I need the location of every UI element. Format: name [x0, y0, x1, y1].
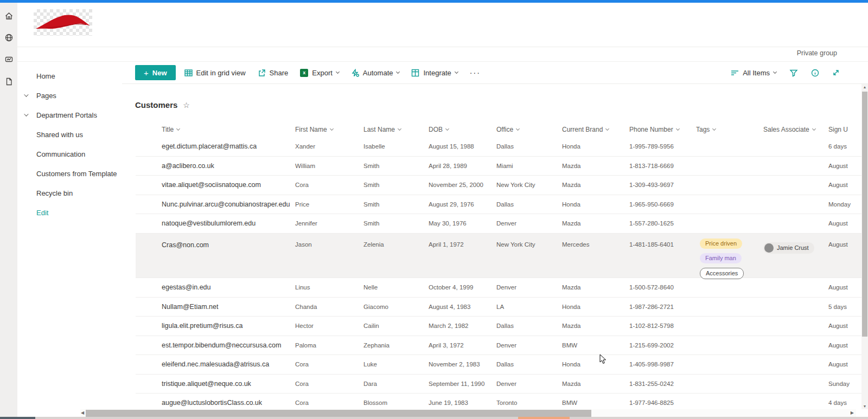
share-button[interactable]: Share — [258, 69, 289, 77]
cell-sign-up: August — [828, 284, 861, 291]
table-row[interactable]: Cras@non.com Jason Zelenia April 1, 1972… — [136, 234, 861, 279]
cell-phone-number: 1-481-185-6401 — [629, 238, 696, 248]
cell-title[interactable]: eget.dictum.placerat@mattis.ca — [162, 143, 295, 150]
edit-in-grid-view-button[interactable]: Edit in grid view — [184, 69, 246, 77]
cell-title[interactable]: Cras@non.com — [162, 238, 295, 249]
cell-title[interactable]: eleifend.nec.malesuada@atrisus.ca — [162, 360, 295, 368]
header-indent — [136, 122, 162, 137]
sidebar-item-home[interactable]: Home — [17, 66, 122, 86]
cell-sign-up: August — [828, 361, 861, 368]
export-button[interactable]: x Export — [300, 69, 339, 77]
sidebar-item-department-portals[interactable]: Department Portals — [17, 105, 122, 125]
table-row[interactable]: tristique.aliquet@neque.co.uk Cora Dara … — [136, 375, 861, 394]
cell-title[interactable]: Nunc.pulvinar.arcu@conubianostraper.edu — [162, 201, 295, 208]
table-row[interactable]: a@aclibero.co.uk William Smith April 28,… — [136, 157, 861, 176]
table-row[interactable]: ligula.elit.pretium@risus.ca Hector Cail… — [136, 317, 861, 336]
sidebar-item-communication[interactable]: Communication — [17, 144, 122, 164]
cell-sign-up: August — [828, 238, 861, 248]
news-icon[interactable] — [4, 55, 14, 64]
chevron-down-icon — [712, 127, 716, 131]
column-header-phone-number[interactable]: Phone Number — [629, 122, 696, 137]
cell-last-name: Luke — [363, 361, 429, 368]
sidebar-item-pages[interactable]: Pages — [17, 86, 122, 105]
table-row[interactable]: Nunc.pulvinar.arcu@conubianostraper.edu … — [136, 195, 861, 215]
cell-current-brand: Mazda — [562, 163, 629, 169]
column-header-last-name[interactable]: Last Name — [363, 122, 429, 137]
chevron-down-icon[interactable] — [24, 92, 28, 96]
sidebar-item-customers-from-template[interactable]: Customers from Template — [17, 164, 122, 183]
horizontal-scrollbar[interactable]: ◀ ▶ — [80, 409, 856, 417]
cell-title[interactable]: egestas@in.edu — [162, 283, 295, 291]
cell-current-brand: Mazda — [562, 220, 629, 227]
chevron-down-icon — [445, 127, 449, 131]
table-row[interactable]: vitae.aliquet@sociisnatoque.com Cora Smi… — [136, 176, 861, 195]
column-header-tags[interactable]: Tags — [696, 122, 763, 137]
cell-title[interactable]: natoque@vestibulumlorem.edu — [162, 220, 295, 227]
integrate-button[interactable]: Integrate — [411, 69, 457, 77]
cell-title[interactable]: tristique.aliquet@neque.co.uk — [162, 380, 295, 388]
favorite-star-icon[interactable]: ☆ — [183, 101, 190, 109]
table-row[interactable]: natoque@vestibulumlorem.edu Jennifer Smi… — [136, 214, 861, 234]
cell-first-name: Jason — [295, 238, 363, 248]
automate-button[interactable]: Automate — [351, 69, 400, 77]
view-selector[interactable]: All Items — [731, 69, 776, 77]
sidebar-edit-link[interactable]: Edit — [17, 203, 122, 222]
cell-first-name: William — [295, 163, 363, 169]
column-header-title[interactable]: Title — [162, 122, 295, 137]
cell-phone-number: 1-813-718-6669 — [629, 163, 696, 169]
filter-icon[interactable] — [789, 69, 798, 77]
more-commands-button[interactable]: ··· — [470, 68, 481, 77]
cell-title[interactable]: a@aclibero.co.uk — [162, 162, 295, 170]
cell-sign-up: 6 days — [828, 143, 861, 150]
chevron-down-icon — [676, 127, 680, 131]
cell-title[interactable]: est.tempor.bibendum@neccursusa.com — [162, 341, 295, 349]
scroll-right-arrow[interactable]: ▶ — [851, 410, 854, 415]
home-icon[interactable] — [4, 11, 14, 21]
cell-dob: April 28, 1989 — [429, 163, 496, 169]
scroll-left-arrow[interactable]: ◀ — [81, 410, 84, 415]
column-header-office[interactable]: Office — [496, 122, 562, 137]
column-header-sign-up[interactable]: Sign U — [828, 122, 861, 137]
scroll-down-arrow[interactable]: ▼ — [861, 404, 868, 408]
table-row[interactable]: Nullam@Etiam.net Chanda Giacomo August 4… — [136, 298, 861, 317]
cell-title[interactable]: vitae.aliquet@sociisnatoque.com — [162, 181, 295, 189]
table-row[interactable]: est.tempor.bibendum@neccursusa.com Palom… — [136, 336, 861, 356]
cell-title[interactable]: Nullam@Etiam.net — [162, 303, 295, 311]
site-logo[interactable] — [34, 9, 92, 36]
expand-icon[interactable] — [832, 69, 840, 76]
cell-last-name: Isabelle — [363, 143, 429, 150]
chevron-down-icon[interactable] — [24, 112, 28, 116]
table-row[interactable]: eleifend.nec.malesuada@atrisus.ca Cora L… — [136, 355, 861, 375]
table-row[interactable]: eget.dictum.placerat@mattis.ca Xander Is… — [136, 137, 861, 157]
cell-first-name: Jennifer — [295, 220, 363, 227]
table-row[interactable]: egestas@in.edu Linus Nelle October 4, 19… — [136, 278, 861, 298]
document-icon[interactable] — [4, 77, 14, 86]
scroll-up-arrow[interactable]: ▲ — [861, 85, 868, 89]
sidebar-item-recycle-bin[interactable]: Recycle bin — [17, 183, 122, 203]
cell-dob: September 11, 1990 — [429, 381, 496, 387]
table-row[interactable]: augue@luctuslobortisClass.co.uk Cora Blo… — [136, 394, 861, 409]
cell-sign-up: August — [828, 182, 861, 188]
vertical-scrollbar[interactable]: ▲ ▼ — [861, 84, 868, 409]
table-header-row: Title First Name Last Name DOB Office Cu… — [136, 122, 861, 137]
column-header-current-brand[interactable]: Current Brand — [562, 122, 629, 137]
column-header-first-name[interactable]: First Name — [295, 122, 363, 137]
cell-current-brand: Mercedes — [562, 238, 629, 248]
sidebar-item-shared-with-us[interactable]: Shared with us — [17, 125, 122, 144]
sales-associate-chip[interactable]: Jamie Crust — [763, 242, 814, 254]
new-button[interactable]: + New — [135, 65, 176, 80]
column-header-sales-associate[interactable]: Sales Associate — [763, 122, 828, 137]
automate-icon — [351, 69, 359, 77]
cell-phone-number: 1-987-286-2721 — [629, 304, 696, 310]
column-header-dob[interactable]: DOB — [429, 122, 496, 137]
chevron-down-icon — [516, 127, 520, 131]
vertical-scroll-thumb[interactable] — [862, 92, 867, 337]
cell-first-name: Cora — [295, 182, 363, 188]
globe-icon[interactable] — [4, 33, 14, 42]
cell-dob: April 1, 1972 — [429, 238, 496, 248]
info-icon[interactable] — [811, 69, 819, 77]
cell-title[interactable]: augue@luctuslobortisClass.co.uk — [162, 399, 295, 407]
cell-current-brand: Honda — [562, 143, 629, 150]
horizontal-scroll-thumb[interactable] — [86, 410, 591, 417]
cell-title[interactable]: ligula.elit.pretium@risus.ca — [162, 322, 295, 330]
